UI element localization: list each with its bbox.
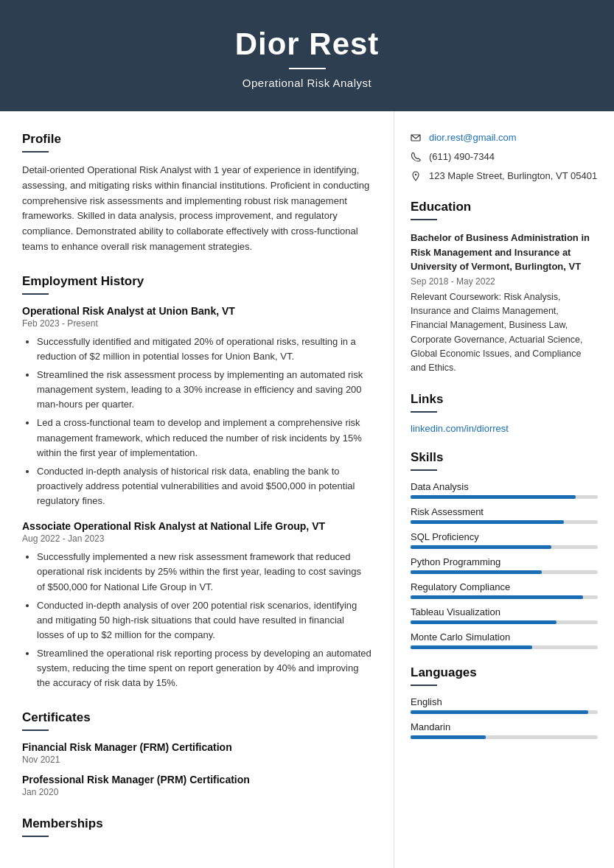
skill-label: Monte Carlo Simulation: [411, 631, 598, 643]
contact-section: dior.rest@gmail.com (611) 490-7344 123 M…: [411, 132, 598, 183]
certificates-underline: [22, 729, 49, 731]
contact-email-item: dior.rest@gmail.com: [411, 132, 598, 145]
skill-item: Python Programming: [411, 556, 598, 574]
language-item: Mandarin: [411, 721, 598, 739]
email-icon: [411, 133, 424, 145]
skill-bar-fill: [411, 545, 551, 549]
job-1-bullet-3: Led a cross-functional team to develop a…: [37, 416, 371, 460]
skill-label: Python Programming: [411, 556, 598, 567]
employment-underline: [22, 293, 49, 295]
profile-text: Detail-oriented Operational Risk Analyst…: [22, 163, 371, 255]
skills-section: Skills Data Analysis Risk Assessment SQL…: [411, 450, 598, 649]
profile-underline: [22, 151, 49, 153]
skill-bar-fill: [411, 595, 583, 599]
contact-address-item: 123 Maple Street, Burlington, VT 05401: [411, 170, 598, 183]
phone-icon: [411, 152, 424, 164]
skill-label: Data Analysis: [411, 481, 598, 492]
skill-bar-bg: [411, 570, 598, 574]
education-title: Education: [411, 200, 598, 214]
skills-list: Data Analysis Risk Assessment SQL Profic…: [411, 481, 598, 649]
skill-item: Regulatory Compliance: [411, 581, 598, 599]
skill-item: Data Analysis: [411, 481, 598, 499]
language-bar-fill: [411, 710, 588, 714]
language-bar-bg: [411, 735, 598, 739]
phone-text: (611) 490-7344: [429, 151, 495, 162]
address-text: 123 Maple Street, Burlington, VT 05401: [429, 170, 597, 181]
skill-bar-fill: [411, 620, 557, 624]
skill-bar-fill: [411, 645, 532, 649]
languages-underline: [411, 685, 437, 686]
cert-2-date: Jan 2020: [22, 787, 371, 797]
profile-section: Profile Detail-oriented Operational Risk…: [22, 132, 371, 255]
language-bar-bg: [411, 710, 598, 714]
right-column: dior.rest@gmail.com (611) 490-7344 123 M…: [394, 111, 614, 868]
email-link[interactable]: dior.rest@gmail.com: [429, 132, 517, 143]
edu-dates: Sep 2018 - May 2022: [411, 276, 598, 287]
skill-bar-bg: [411, 520, 598, 524]
skill-item: SQL Proficiency: [411, 531, 598, 549]
links-underline: [411, 411, 437, 413]
svg-point-1: [415, 174, 416, 175]
skill-item: Monte Carlo Simulation: [411, 631, 598, 649]
edu-degree: Bachelor of Business Administration in R…: [411, 231, 598, 274]
skill-label: Tableau Visualization: [411, 606, 598, 617]
skill-bar-bg: [411, 495, 598, 499]
skill-bar-bg: [411, 645, 598, 649]
job-1-title: Operational Risk Analyst at Union Bank, …: [22, 305, 371, 317]
links-title: Links: [411, 392, 598, 407]
resume-body: Profile Detail-oriented Operational Risk…: [0, 111, 614, 868]
memberships-title: Memberships: [22, 816, 371, 831]
candidate-name: Dior Rest: [15, 27, 599, 62]
skill-bar-fill: [411, 520, 564, 524]
job-2-title: Associate Operational Risk Analyst at Na…: [22, 520, 371, 532]
job-2-bullets: Successfully implemented a new risk asse…: [22, 550, 371, 690]
language-label: English: [411, 696, 598, 707]
edu-coursework: Relevant Coursework: Risk Analysis, Insu…: [411, 290, 598, 376]
resume-container: Dior Rest Operational Risk Analyst Profi…: [0, 0, 614, 868]
skill-bar-bg: [411, 545, 598, 549]
education-section: Education Bachelor of Business Administr…: [411, 200, 598, 376]
profile-title: Profile: [22, 132, 371, 147]
job-1-bullet-4: Conducted in-depth analysis of historica…: [37, 464, 371, 508]
job-1-bullet-2: Streamlined the risk assessment process …: [37, 368, 371, 412]
contact-phone-item: (611) 490-7344: [411, 151, 598, 164]
certificates-section: Certificates Financial Risk Manager (FRM…: [22, 710, 371, 797]
skill-item: Tableau Visualization: [411, 606, 598, 624]
left-column: Profile Detail-oriented Operational Risk…: [0, 111, 394, 868]
skill-bar-fill: [411, 570, 542, 574]
job-2-bullet-3: Streamlined the operational risk reporti…: [37, 646, 371, 690]
candidate-title: Operational Risk Analyst: [15, 77, 599, 89]
language-label: Mandarin: [411, 721, 598, 732]
job-2-dates: Aug 2022 - Jan 2023: [22, 533, 371, 544]
location-icon: [411, 171, 424, 183]
job-2-bullet-2: Conducted in-depth analysis of over 200 …: [37, 598, 371, 643]
skill-bar-bg: [411, 595, 598, 599]
linkedin-link[interactable]: linkedin.com/in/diorrest: [411, 423, 509, 434]
employment-section: Employment History Operational Risk Anal…: [22, 274, 371, 691]
memberships-section: Memberships: [22, 816, 371, 837]
cert-2-name: Professional Risk Manager (PRM) Certific…: [22, 774, 371, 785]
header-divider: [289, 68, 326, 69]
job-1-dates: Feb 2023 - Present: [22, 318, 371, 329]
memberships-underline: [22, 836, 49, 837]
languages-title: Languages: [411, 665, 598, 680]
job-2-bullet-1: Successfully implemented a new risk asse…: [37, 550, 371, 594]
skill-bar-fill: [411, 495, 576, 499]
education-underline: [411, 219, 437, 220]
skills-underline: [411, 469, 437, 471]
language-bar-fill: [411, 735, 486, 739]
cert-1-date: Nov 2021: [22, 755, 371, 765]
employment-title: Employment History: [22, 274, 371, 289]
job-1-bullets: Successfully identified and mitigated 20…: [22, 335, 371, 509]
skill-label: SQL Proficiency: [411, 531, 598, 542]
cert-1-name: Financial Risk Manager (FRM) Certificati…: [22, 741, 371, 753]
skills-title: Skills: [411, 450, 598, 465]
skill-item: Risk Assessment: [411, 506, 598, 524]
language-item: English: [411, 696, 598, 714]
skill-label: Risk Assessment: [411, 506, 598, 517]
resume-header: Dior Rest Operational Risk Analyst: [0, 0, 614, 111]
links-section: Links linkedin.com/in/diorrest: [411, 392, 598, 434]
skill-bar-bg: [411, 620, 598, 624]
skill-label: Regulatory Compliance: [411, 581, 598, 592]
job-1-bullet-1: Successfully identified and mitigated 20…: [37, 335, 371, 364]
